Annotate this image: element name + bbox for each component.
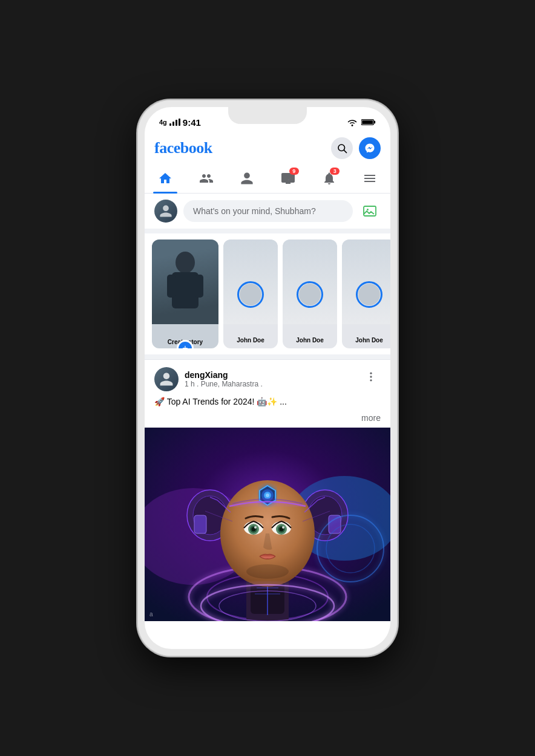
story-name-2: John Doe — [283, 337, 337, 344]
wifi-icon — [347, 118, 358, 126]
story-avatar-2 — [299, 284, 321, 305]
post-header: dengXiang 1 h . Pune, Maharastra . — [145, 367, 390, 396]
video-badge: 9 — [289, 168, 299, 175]
svg-point-7 — [176, 252, 195, 273]
svg-point-6 — [367, 209, 369, 210]
tab-friends[interactable] — [186, 166, 227, 191]
post-image[interactable]: a — [145, 428, 390, 621]
ai-face-illustration: a — [145, 428, 390, 621]
messenger-button[interactable] — [359, 137, 381, 159]
svg-point-11 — [370, 373, 372, 374]
post-user-info: dengXiang 1 h . Pune, Maharastra . — [154, 367, 263, 391]
nav-tabs: 9 3 — [145, 164, 390, 194]
story-card-2[interactable]: John Doe — [283, 240, 337, 348]
svg-point-12 — [370, 376, 372, 377]
story-name-1: John Doe — [223, 337, 278, 344]
svg-rect-1 — [374, 121, 375, 123]
svg-point-13 — [370, 379, 372, 381]
signal-label: 4g — [159, 119, 167, 126]
story-name-3: John Doe — [342, 337, 390, 344]
story-avatar-ring-1 — [237, 281, 264, 308]
post-card: dengXiang 1 h . Pune, Maharastra . 🚀 Top… — [145, 360, 390, 621]
post-input[interactable]: What's on your mind, Shubham? — [183, 200, 353, 222]
svg-point-44 — [282, 526, 284, 529]
post-author-name: dengXiang — [185, 370, 263, 380]
svg-rect-8 — [172, 272, 199, 308]
phone-screen: 4g 9:41 — [145, 107, 390, 649]
svg-point-45 — [246, 564, 289, 579]
svg-point-34 — [266, 494, 269, 497]
story-card-1[interactable]: John Doe — [223, 240, 278, 348]
image-credit: a — [149, 611, 153, 618]
my-story-bg — [152, 240, 218, 324]
profile-icon — [240, 171, 254, 186]
story-avatar-ring-3 — [356, 281, 382, 308]
post-text: 🚀 Top AI Trends for 2024! 🤖✨ ... — [145, 396, 390, 413]
post-more-button[interactable] — [361, 367, 381, 386]
post-author-avatar — [154, 367, 179, 391]
home-icon — [158, 171, 172, 186]
my-story-silhouette — [152, 240, 218, 324]
svg-rect-9 — [167, 275, 176, 298]
photo-icon — [363, 204, 377, 218]
messenger-icon — [364, 143, 375, 154]
svg-rect-2 — [362, 120, 373, 124]
post-meta: 1 h . Pune, Maharastra . — [185, 380, 263, 388]
tab-profile[interactable] — [226, 166, 268, 191]
photo-button[interactable] — [359, 200, 381, 222]
tab-home[interactable] — [145, 166, 186, 191]
story-avatar-ring-2 — [297, 281, 323, 308]
post-input-area: What's on your mind, Shubham? — [145, 194, 390, 233]
svg-rect-5 — [364, 206, 376, 216]
search-icon — [336, 143, 347, 154]
search-button[interactable] — [331, 137, 353, 159]
battery-icon — [361, 118, 376, 126]
status-right — [347, 118, 376, 126]
signal-icon — [169, 119, 180, 126]
more-link[interactable]: more — [145, 413, 390, 428]
svg-rect-10 — [195, 275, 203, 298]
story-avatar-1 — [240, 284, 261, 305]
svg-line-4 — [344, 150, 346, 152]
phone-notch — [228, 107, 307, 124]
tab-video[interactable]: 9 — [268, 166, 309, 191]
phone-device: 4g 9:41 — [137, 100, 398, 656]
friends-icon — [199, 171, 214, 186]
fb-logo: facebook — [154, 139, 212, 157]
svg-rect-28 — [194, 515, 206, 533]
story-avatar-3 — [358, 284, 380, 305]
stories-section: + Create story John Doe — [145, 233, 390, 359]
menu-icon — [363, 171, 377, 186]
current-user-avatar — [154, 200, 177, 223]
story-card-3[interactable]: John Doe — [342, 240, 390, 348]
tab-notifications[interactable]: 3 — [309, 166, 350, 191]
more-dots-icon — [365, 371, 377, 383]
status-left: 4g 9:41 — [159, 117, 201, 128]
fb-header: facebook — [145, 134, 390, 164]
header-icons — [331, 137, 381, 159]
status-time: 9:41 — [183, 117, 201, 128]
post-author-details: dengXiang 1 h . Pune, Maharastra . — [185, 370, 263, 388]
tab-menu[interactable] — [349, 166, 390, 191]
svg-point-39 — [254, 526, 257, 529]
my-story-card[interactable]: + Create story — [152, 240, 218, 348]
notifications-badge: 3 — [330, 168, 340, 175]
